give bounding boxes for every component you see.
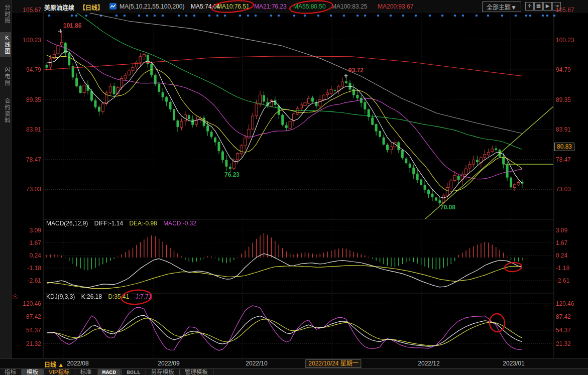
kdj-axis-label-right-2: 54.37 <box>556 327 571 334</box>
price-axis-label-right-3: 89.35 <box>556 96 571 103</box>
price-axis-label-left-3: 89.35 <box>14 96 41 103</box>
kdj-axis-label-left-2: 54.37 <box>14 327 41 334</box>
price-axis-label-left-6: 73.03 <box>14 186 41 193</box>
highlighted-date-tag: 2022/10/24 星期一 <box>305 359 361 368</box>
kdj-axis-label-left-3: 21.32 <box>14 340 41 347</box>
macd-axis-label-left-1: 1.67 <box>14 239 41 246</box>
ma-value-5: MA200:93.67 <box>378 3 413 10</box>
macd-axis-label-right-4: -2.61 <box>556 277 569 284</box>
toolbar-separator <box>213 369 213 375</box>
toolbar-tab-7[interactable]: 管理模板 <box>180 369 212 375</box>
ma-value-4: MA100:83.25 <box>331 3 367 10</box>
left-sidebar: 分时图K线图闪电图合约资料 <box>0 0 12 368</box>
sidebar-tab-2[interactable]: 闪电图 <box>0 64 11 89</box>
price-axis-label-left-4: 83.91 <box>14 126 41 133</box>
price-axis-label-right-4: 83.91 <box>556 126 571 133</box>
toolbar-separator <box>121 369 122 375</box>
price-axis-label-left-0: 105.67 <box>14 7 41 14</box>
toolbar-tab-0[interactable]: 指标 <box>0 369 21 375</box>
date-tick-3: 2022/12 <box>418 360 439 367</box>
price-annotation-2: 76.23 <box>224 171 240 178</box>
kdj-axis-label-right-1: 87.42 <box>556 313 571 320</box>
toolbar-tab-2[interactable]: VIP指标 <box>44 369 74 375</box>
date-axis: 日线 ▲ 2022/10/24 星期一 2022/082022/092022/1… <box>0 358 588 368</box>
instrument-title: 美原油连续 <box>44 3 74 12</box>
kdj-title: KDJ(9,3,3) <box>46 293 75 300</box>
macd-axis-label-left-2: 0.24 <box>14 252 41 259</box>
toolbar-separator <box>97 369 97 375</box>
price-axis-label-right-6: 73.03 <box>556 186 571 193</box>
macd-axis-label-right-3: -1.18 <box>556 265 569 272</box>
date-tick-4: 2023/01 <box>503 360 524 367</box>
price-axis-label-left-5: 78.47 <box>14 156 41 163</box>
date-tick-0: 2022/08 <box>67 360 88 367</box>
ma-value-2: MA21:76.23 <box>254 3 287 10</box>
toolbar-tab-6[interactable]: 另存模板 <box>147 369 179 375</box>
price-annotation-0: 101.86 <box>63 22 82 29</box>
price-annotation-1: 93.72 <box>348 67 364 74</box>
toolbar-separator <box>179 369 180 375</box>
top-bar: 美原油连续 【日线】 MA(5,10,21,55,100,200) 全部主题▼ … <box>12 0 588 13</box>
kdj-k-value: K:26.18 <box>81 293 102 300</box>
macd-diff-value: DIFF:-1.14 <box>94 220 123 227</box>
ma-settings-label: MA(5,10,21,55,100,200) <box>120 3 184 10</box>
kdj-axis-label-left-1: 87.42 <box>14 313 41 320</box>
chart-canvas[interactable] <box>0 0 588 375</box>
compress-chart-icon[interactable]: ▦ <box>534 2 543 11</box>
toolbar-tab-4[interactable]: MACD <box>98 369 121 375</box>
ma-value-0: MA5:74.04 <box>191 3 220 10</box>
sidebar-tab-0[interactable]: 分时图 <box>0 2 11 27</box>
kdj-axis-label-right-3: 21.32 <box>556 340 571 347</box>
kdj-d-value: D:35.41 <box>108 293 129 300</box>
kdj-axis-label-right-0: 120.46 <box>556 300 574 307</box>
date-tick-2: 2022/10 <box>246 360 267 367</box>
toolbar-separator <box>21 369 22 375</box>
ma-value-1: MA10:76.51 <box>217 3 250 10</box>
period-selector[interactable]: 日线 ▲ <box>44 360 64 368</box>
date-tick-1: 2022/09 <box>158 360 179 367</box>
toolbar-separator <box>146 369 146 375</box>
kdj-header: KDJ(9,3,3) K:26.18 D:35.41 J:7.71 <box>46 293 157 300</box>
macd-header: MACD(26,12,9) DIFF:-1.14 DEA:-0.98 MACD:… <box>46 220 201 227</box>
toolbar-separator <box>43 369 44 375</box>
kline-chart-icon <box>109 3 116 10</box>
period-tag: 【日线】 <box>79 3 103 12</box>
macd-axis-label-right-2: 0.24 <box>556 252 567 259</box>
price-axis-label-right-2: 94.79 <box>556 66 571 73</box>
bottom-toolbar: 指标模板VIP指标标准MACDBOLL另存模板管理模板 <box>0 368 588 375</box>
toolbar-separator <box>75 369 75 375</box>
macd-title: MACD(26,12,9) <box>46 220 88 227</box>
price-axis-label-left-2: 94.79 <box>14 66 41 73</box>
price-annotation-3: 70.08 <box>440 204 455 211</box>
kdj-axis-label-left-0: 120.46 <box>14 300 41 307</box>
price-axis-label-right-0: 105.67 <box>556 7 574 14</box>
price-axis-label-right-5: 78.47 <box>556 156 571 163</box>
theme-dropdown-button[interactable]: 全部主题▼ <box>482 2 521 12</box>
macd-axis-label-right-1: 1.67 <box>556 239 567 246</box>
macd-value: MACD:-0.32 <box>163 220 196 227</box>
toolbar-tab-3[interactable]: 标准 <box>76 369 96 375</box>
expand-chart-icon[interactable]: ▶ <box>543 2 552 11</box>
pan-crosshair-icon[interactable]: ✛ <box>525 2 534 11</box>
price-axis-label-left-1: 100.23 <box>14 37 41 44</box>
toolbar-tab-1[interactable]: 模板 <box>22 369 43 375</box>
macd-axis-label-left-0: 3.09 <box>14 227 41 234</box>
macd-axis-label-right-0: 3.09 <box>556 227 567 234</box>
kdj-j-value: J:7.71 <box>136 293 152 300</box>
macd-dea-value: DEA:-0.98 <box>129 220 157 227</box>
toolbar-tab-5[interactable]: BOLL <box>122 369 145 375</box>
price-axis-label-right-1: 100.23 <box>556 37 574 44</box>
last-price-tag: 80.83 <box>554 143 574 151</box>
ma-value-3: MA55:80.50 <box>293 3 326 10</box>
macd-axis-label-left-3: -1.18 <box>14 265 41 272</box>
macd-axis-label-left-4: -2.61 <box>14 277 41 284</box>
app-window: { "colors":{"red":"#d43c3c","green":"#2e… <box>0 0 588 375</box>
sidebar-tab-1[interactable]: K线图 <box>0 32 11 57</box>
sidebar-tab-3[interactable]: 合约资料 <box>0 95 11 127</box>
